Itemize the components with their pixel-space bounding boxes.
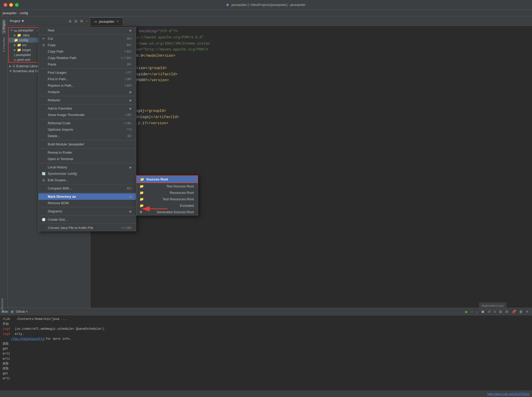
cm-item-gist-left: ⚪ Create Gist...: [42, 218, 68, 221]
cm-item-image-thumb[interactable]: Show Image Thumbnails ⇧⌘T: [38, 112, 136, 118]
layout-icon[interactable]: ⊞: [74, 19, 77, 23]
cm-item-build[interactable]: Build Module 'javaspider': [38, 141, 136, 147]
sidebar-item-favorites[interactable]: 2: Favorites: [2, 36, 6, 53]
run-tree-button[interactable]: ⊞: [498, 309, 503, 314]
folder-icon-src: 📁: [17, 43, 21, 47]
breadcrumb: javaspider › config: [0, 10, 532, 16]
cm-item-terminal[interactable]: Open in Terminal: [38, 156, 136, 162]
editor-line-13: <version>1.2.17</version>: [114, 120, 527, 127]
cm-item-diagrams[interactable]: Diagrams ▶: [38, 208, 136, 214]
minimize-button[interactable]: [9, 3, 13, 7]
cm-sep-1: [38, 34, 136, 35]
tree-item-idea-label: .idea: [22, 33, 29, 37]
breadcrumb-item-2[interactable]: config: [20, 11, 28, 15]
submenu-item-test-sources[interactable]: 📁 Test Sources Root: [136, 183, 198, 189]
cm-item-copy-rel[interactable]: Copy Relative Path ⌥⇧⌘C: [38, 55, 136, 61]
cm-item-mark-dir[interactable]: Mark Directory as ▶: [38, 193, 136, 200]
folder-icon-config: 📁: [14, 38, 18, 42]
cm-item-gist[interactable]: ⚪ Create Gist...: [38, 216, 136, 223]
run-rerun-button[interactable]: ↺: [487, 309, 492, 314]
cm-item-convert[interactable]: Convert Java File to Kotlin File ⌥⇧⌘K: [38, 225, 136, 231]
cm-label-new: New: [48, 28, 54, 32]
file-icon-j: j: [14, 53, 15, 56]
cm-item-copy[interactable]: ⎘ Copy ⌘C: [38, 42, 136, 48]
cm-icon-copy: ⎘: [42, 43, 46, 47]
cm-item-reveal[interactable]: Reveal in Finder: [38, 149, 136, 156]
cm-sep-4: [38, 104, 136, 104]
cm-arrow-diagrams: ▶: [130, 210, 132, 213]
cm-shortcut-reformat: ⌥⌘L: [123, 121, 132, 125]
editor-line-5: <modelVersion>4.0.0</modelVersion>: [102, 53, 527, 59]
submenu-item-test-resources[interactable]: 📁 Test Resources Root: [136, 196, 198, 202]
console-link-faq[interactable]: /faq.html#noconfig: [11, 337, 45, 342]
tree-expand-icon: ▶: [14, 34, 16, 37]
editor-line-12: <artifactId>log4j</artifactId>: [114, 114, 527, 120]
sidebar-item-project[interactable]: 1: Project: [2, 19, 6, 34]
run-pin-button[interactable]: 📌: [511, 309, 517, 314]
cm-item-local-history[interactable]: Local History ▶: [38, 164, 136, 170]
cm-item-optimize[interactable]: Optimize Imports ^^O: [38, 126, 136, 133]
cm-label-copy: Copy: [48, 43, 55, 47]
cm-item-remove-bom[interactable]: Remove BOM: [38, 200, 136, 206]
panel-header-icons: ⊕ ⊞ ⚙ −: [69, 19, 88, 23]
cm-item-edit-scopes[interactable]: ⊙ Edit Scopes...: [38, 177, 136, 183]
cm-item-analyze[interactable]: Analyze ▶: [38, 89, 136, 95]
cm-item-reformat[interactable]: Reformat Code ⌥⌘L: [38, 120, 136, 126]
run-stop-button[interactable]: ⏹: [480, 309, 486, 314]
cm-label-copy-path: Copy Path: [48, 49, 63, 53]
cm-label-reveal: Reveal in Finder: [48, 151, 72, 154]
cm-item-compare[interactable]: Compare With... ⌘D: [38, 185, 136, 192]
cm-item-replace[interactable]: Replace in Path... ⇧⌘R: [38, 82, 136, 89]
run-scroll-button[interactable]: ≡: [493, 309, 497, 314]
close-panel-icon[interactable]: −: [86, 19, 88, 23]
cm-item-paste[interactable]: Paste ⌘V: [38, 61, 136, 68]
window-controls[interactable]: [4, 3, 19, 7]
tree-item-target-label: target: [22, 48, 31, 52]
submenu-item-resources[interactable]: 📁 Resources Root: [136, 189, 198, 196]
run-close-button[interactable]: ✕: [525, 309, 530, 314]
submenu-item-sources-root[interactable]: 📁 Sources Root: [136, 176, 198, 183]
cm-item-new[interactable]: New ▶: [38, 27, 136, 34]
status-url[interactable]: https://blog.csdn.net/u014793102: [487, 392, 529, 395]
cm-item-refactor[interactable]: Refactor ▶: [38, 97, 136, 103]
left-sidebar-tabs: 1: Project 2: Favorites 3: Structure: [0, 16, 8, 308]
run-down-button[interactable]: ↓: [475, 309, 479, 314]
cm-label-edit-scopes: Edit Scopes...: [48, 178, 68, 182]
console-line-10: 抓取: [3, 361, 529, 366]
cm-item-build-left: Build Module 'javaspider': [42, 142, 85, 146]
cm-icon-sync: 🔄: [42, 172, 46, 176]
cm-item-delete[interactable]: Delete... ⌦: [38, 133, 136, 139]
context-menu[interactable]: New ▶ ✂ Cut ⌘X ⎘ Copy ⌘C Copy Path ⇧⌘C C…: [38, 27, 136, 231]
settings-icon[interactable]: ⚙: [80, 19, 83, 23]
cm-shortcut-replace: ⇧⌘R: [124, 84, 132, 87]
cm-item-find-usages[interactable]: Find Usages ⌥F7: [38, 69, 136, 76]
console-text-more: for more info.: [45, 337, 71, 342]
cm-item-copy-path[interactable]: Copy Path ⇧⌘C: [38, 48, 136, 55]
cm-item-add-fav-left: Add to Favorites: [42, 106, 72, 110]
maximize-button[interactable]: [15, 3, 19, 7]
sidebar-item-structure[interactable]: 3: Structure: [0, 297, 8, 308]
editor-tab-javaspider[interactable]: m javaspider ✕: [90, 17, 123, 26]
cm-label-sync: Synchronize 'config': [48, 172, 77, 176]
editor-tabs: m javaspider ✕: [90, 16, 532, 26]
close-button[interactable]: [4, 3, 7, 7]
editor-area[interactable]: <?xml version="1.0" encoding="UTF-8"?> <…: [90, 26, 532, 308]
run-bar: Run: ▣ Github × ▶ ↑ ↓ ⏹ ↺ ≡ ⊞ ⚙ 📌 🗑 ✕: [0, 308, 532, 315]
cm-item-add-favorites[interactable]: Add to Favorites ▶: [38, 105, 136, 112]
globe-icon[interactable]: ⊕: [69, 19, 72, 23]
cm-item-find-in-path[interactable]: Find in Path... ⇧⌘F: [38, 76, 136, 82]
breadcrumb-item-1[interactable]: javaspider: [3, 11, 17, 15]
run-play-button[interactable]: ▶: [464, 309, 469, 314]
run-delete-button[interactable]: 🗑: [518, 309, 524, 314]
run-settings-button[interactable]: ⚙: [504, 309, 510, 314]
tab-close-icon[interactable]: ✕: [116, 20, 119, 23]
editor-line-3: xmlns:xsi="http://www.w3.org/2001/XMLSch…: [102, 41, 527, 47]
run-panel-icon[interactable]: ▣: [11, 310, 14, 313]
cm-item-sync[interactable]: 🔄 Synchronize 'config': [38, 170, 136, 177]
run-tab-github[interactable]: Github ×: [16, 310, 28, 313]
run-up-button[interactable]: ↑: [470, 309, 474, 314]
console-text-path: /Contents/Home/bin/java ...: [11, 317, 67, 322]
cm-label-replace: Replace in Path...: [48, 84, 74, 87]
cm-sep-13: [38, 224, 136, 224]
cm-item-cut[interactable]: ✂ Cut ⌘X: [38, 35, 136, 42]
